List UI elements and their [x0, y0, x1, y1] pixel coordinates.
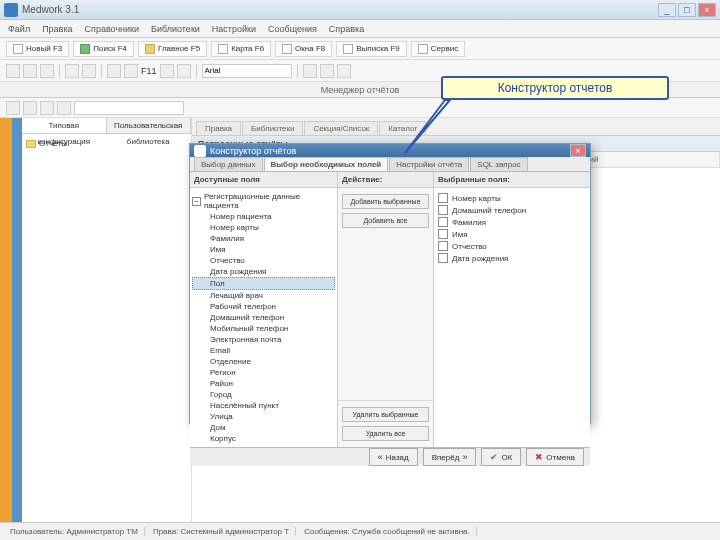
checkbox[interactable]	[438, 241, 448, 251]
field-item[interactable]: Дата рождения	[192, 266, 335, 277]
maximize-button[interactable]: □	[678, 3, 696, 17]
callout-text: Конструктор отчетов	[498, 81, 613, 95]
new-doc-icon[interactable]	[23, 101, 37, 115]
tb-card[interactable]: Карта F6	[211, 41, 271, 57]
field-item[interactable]: Электронная почта	[192, 334, 335, 345]
save-icon[interactable]	[6, 101, 20, 115]
close-button[interactable]: ×	[698, 3, 716, 17]
field-item[interactable]: Регион	[192, 367, 335, 378]
field-item[interactable]: Населённый пункт	[192, 400, 335, 411]
decor-strip-blue	[12, 118, 22, 522]
tool-a-icon[interactable]	[160, 64, 174, 78]
content-tab-3[interactable]: Каталог	[379, 121, 426, 135]
field-item[interactable]: Отделение	[192, 356, 335, 367]
selected-item[interactable]: Домашний телефон	[438, 204, 586, 216]
dialog-tabs: Выбор данных Выбор необходимых полей Нас…	[190, 157, 590, 172]
tb-search[interactable]: Поиск F4	[73, 41, 134, 57]
dlg-tab-sql[interactable]: SQL запрос	[470, 157, 527, 171]
italic-icon[interactable]	[82, 64, 96, 78]
actions-column: Действие: Добавить выбранные Добавить вс…	[338, 172, 434, 447]
field-item[interactable]: Улица	[192, 411, 335, 422]
menu-edit[interactable]: Правка	[42, 24, 72, 34]
selected-item[interactable]: Отчество	[438, 240, 586, 252]
field-item-selected[interactable]: Пол	[192, 277, 335, 290]
selected-item[interactable]: Фамилия	[438, 216, 586, 228]
dlg-tab-fields[interactable]: Выбор необходимых полей	[264, 157, 389, 171]
field-item[interactable]: Корпус	[192, 433, 335, 444]
menu-settings[interactable]: Настройки	[212, 24, 256, 34]
selected-item[interactable]: Имя	[438, 228, 586, 240]
align-center-icon[interactable]	[320, 64, 334, 78]
field-item[interactable]: Домашний телефон	[192, 312, 335, 323]
align-right-icon[interactable]	[337, 64, 351, 78]
sidebar-tab-typical[interactable]: Типовая конфигурация	[22, 118, 107, 133]
add-all-button[interactable]: Добавить все	[342, 213, 429, 228]
star-icon[interactable]	[107, 64, 121, 78]
field-item[interactable]: Лечащий врач	[192, 290, 335, 301]
field-item[interactable]: Номер пациента	[192, 211, 335, 222]
x-icon[interactable]	[124, 64, 138, 78]
field-item[interactable]: Мобильный телефон	[192, 323, 335, 334]
remove-all-button[interactable]: Удалить все	[342, 426, 429, 441]
tb-extract[interactable]: Выписка F9	[336, 41, 407, 57]
checkbox[interactable]	[438, 193, 448, 203]
menu-help[interactable]: Справка	[329, 24, 364, 34]
ok-button[interactable]: ✔ОК	[481, 448, 521, 466]
selected-list: Номер карты Домашний телефон Фамилия Имя…	[434, 188, 590, 268]
report-name-input[interactable]	[74, 101, 184, 115]
field-item[interactable]: Город	[192, 389, 335, 400]
dlg-tab-data[interactable]: Выбор данных	[194, 157, 263, 171]
tb-new[interactable]: Новый F3	[6, 41, 69, 57]
sidebar-tab-user[interactable]: Пользовательская библиотека	[107, 118, 192, 133]
dialog-close-button[interactable]: ×	[570, 144, 586, 157]
field-item[interactable]: Фамилия	[192, 233, 335, 244]
menu-file[interactable]: Файл	[8, 24, 30, 34]
content-tab-1[interactable]: Библиотеки	[242, 121, 303, 135]
field-item[interactable]: Отчество	[192, 255, 335, 266]
menu-libs[interactable]: Библиотеки	[151, 24, 200, 34]
font-input[interactable]	[202, 64, 292, 78]
dialog-title: Конструктор отчётов	[210, 146, 570, 156]
field-item[interactable]: Номер карты	[192, 222, 335, 233]
field-item[interactable]: Район	[192, 378, 335, 389]
paste-icon[interactable]	[40, 64, 54, 78]
checkbox[interactable]	[438, 229, 448, 239]
content-tab-2[interactable]: Секция/Список	[304, 121, 378, 135]
next-button[interactable]: Вперёд»	[423, 448, 477, 466]
cancel-button[interactable]: ✖Отмена	[526, 448, 584, 466]
available-tree: − Регистрационные данные пациента Номер …	[190, 188, 337, 447]
field-item[interactable]: Рабочий телефон	[192, 301, 335, 312]
align-left-icon[interactable]	[303, 64, 317, 78]
tb-main[interactable]: Главное F5	[138, 41, 207, 57]
menu-messages[interactable]: Сообщения	[268, 24, 317, 34]
actions-header: Действие:	[338, 172, 433, 188]
field-item[interactable]: Имя	[192, 244, 335, 255]
minimize-button[interactable]: _	[658, 3, 676, 17]
dlg-tab-settings[interactable]: Настройки отчёта	[389, 157, 469, 171]
menu-dicts[interactable]: Справочники	[85, 24, 140, 34]
bold-icon[interactable]	[65, 64, 79, 78]
tb-service[interactable]: Сервис	[411, 41, 465, 57]
tool-b-icon[interactable]	[177, 64, 191, 78]
checkbox[interactable]	[438, 205, 448, 215]
back-button[interactable]: «Назад	[369, 448, 418, 466]
star2-icon[interactable]	[57, 101, 71, 115]
field-item[interactable]: Email	[192, 345, 335, 356]
callout-label: Конструктор отчетов	[441, 76, 669, 100]
tb-windows[interactable]: Окна F8	[275, 41, 332, 57]
field-item[interactable]: Дом	[192, 422, 335, 433]
toolbar-reports	[0, 98, 720, 118]
selected-item[interactable]: Номер карты	[438, 192, 586, 204]
checkbox[interactable]	[438, 253, 448, 263]
selected-item[interactable]: Дата рождения	[438, 252, 586, 264]
remove-selected-button[interactable]: Удалить выбранные	[342, 407, 429, 422]
collapse-icon[interactable]: −	[192, 197, 201, 206]
group-patient-reg[interactable]: − Регистрационные данные пациента	[192, 191, 335, 211]
add-selected-button[interactable]: Добавить выбранные	[342, 194, 429, 209]
copy-icon[interactable]	[23, 64, 37, 78]
content-tab-0[interactable]: Правка	[196, 121, 241, 135]
checkbox[interactable]	[438, 217, 448, 227]
cut-icon[interactable]	[6, 64, 20, 78]
edit-icon[interactable]	[40, 101, 54, 115]
folder-icon	[26, 140, 36, 148]
